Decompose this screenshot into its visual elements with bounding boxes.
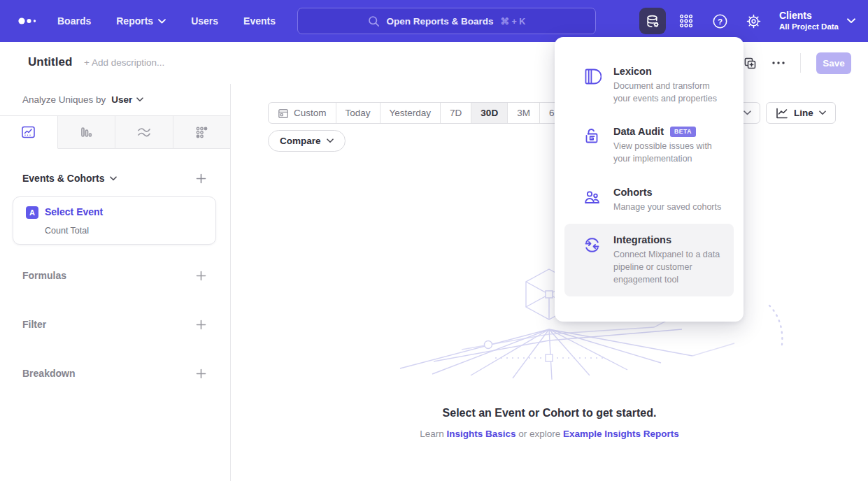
menu-item-description: View possible issues with your implement… [613,140,725,165]
metric-grid-icon [195,126,208,138]
tab-line-chart[interactable] [0,116,58,149]
plus-icon [196,271,206,281]
chart-style-dropdown[interactable]: Line [766,102,836,124]
data-management-button[interactable] [639,8,666,34]
analyze-value-dropdown[interactable]: User [111,94,143,105]
line-chart-icon [22,126,35,138]
chart-type-tabbar [0,115,230,149]
chevron-down-icon [847,18,855,24]
insights-basics-link[interactable]: Insights Basics [446,429,515,439]
menu-item-cohorts[interactable]: Cohorts Manage your saved cohorts [564,176,734,224]
header-divider [800,53,801,73]
nav-item-events[interactable]: Events [243,15,276,27]
nav-item-label: Reports [116,15,153,27]
apps-grid-button[interactable] [673,8,699,34]
more-options-icon[interactable] [772,62,785,64]
global-search-button[interactable]: Open Reports & Boards ⌘ + K [297,8,596,34]
add-breakdown-button[interactable] [196,368,206,379]
breakdown-section: Breakdown [0,368,230,379]
chevron-down-icon [110,176,117,181]
select-event-card[interactable]: A Select Event Count Total [13,196,216,245]
chart-style-label: Line [794,108,813,118]
project-selector[interactable]: Clients All Project Data [779,10,855,32]
search-icon [368,15,380,27]
formulas-section: Formulas [0,270,230,281]
menu-item-integrations[interactable]: Integrations Connect Mixpanel to a data … [564,224,734,296]
menu-item-description: Manage your saved cohorts [613,201,725,213]
menu-item-description: Document and transform your events and p… [613,80,725,105]
range-30d[interactable]: 30D [471,103,508,123]
range-7d[interactable]: 7D [441,103,471,123]
range-yesterday[interactable]: Yesterday [380,103,441,123]
chevron-down-icon [158,19,166,24]
add-event-button[interactable] [196,173,206,184]
nav-item-reports[interactable]: Reports [116,15,166,27]
section-label: Events & Cohorts [22,173,104,184]
formulas-header: Formulas [22,270,66,281]
settings-gear-icon [746,13,762,29]
example-insights-reports-link[interactable]: Example Insights Reports [563,429,679,439]
project-name: Clients [779,10,839,22]
save-button[interactable]: Save [816,52,851,74]
range-today[interactable]: Today [336,103,380,123]
add-formula-button[interactable] [196,271,206,281]
primary-nav: Boards Reports Users Events [57,15,276,27]
nav-item-label: Events [243,15,276,27]
range-3m[interactable]: 3M [508,103,540,123]
integrations-sync-icon [583,236,602,254]
menu-item-lexicon[interactable]: Lexicon Document and transform your even… [564,55,734,115]
project-scope: All Project Data [779,22,839,32]
query-builder-sidebar: Analyze Uniques by User [0,84,231,481]
report-title[interactable]: Untitled [28,55,72,69]
subtitle-text: Learn [420,429,446,439]
plus-icon [196,368,206,379]
add-filter-button[interactable] [196,320,206,330]
menu-item-title: Data Audit [613,126,664,137]
mixpanel-logo-icon[interactable] [17,13,42,29]
bar-chart-icon [80,126,92,138]
mixpanel-insights-app: Boards Reports Users Events Open Reports… [0,0,868,481]
analyze-row: Analyze Uniques by User [0,84,230,115]
data-audit-lock-icon [583,127,602,146]
compare-button[interactable]: Compare [268,130,346,152]
report-canvas: Custom Today Yesterday 7D 30D 3M 6M Comp… [231,84,868,481]
duplicate-icon[interactable] [744,57,757,70]
range-label: Today [346,108,371,118]
events-cohorts-section: Events & Cohorts [0,173,230,184]
subtitle-text: or explore [515,429,563,439]
chevron-down-icon [136,97,143,102]
date-range-segmented-control: Custom Today Yesterday 7D 30D 3M 6M [268,102,572,124]
nav-item-users[interactable]: Users [191,15,218,27]
data-management-menu: Lexicon Document and transform your even… [555,37,744,322]
tab-bar-chart[interactable] [58,116,116,149]
range-label: Custom [294,108,327,118]
chevron-down-icon [819,110,826,115]
menu-item-title: Lexicon [613,66,652,77]
event-series-badge: A [26,206,38,219]
search-placeholder: Open Reports & Boards [387,16,494,27]
menu-item-data-audit[interactable]: Data Audit BETA View possible issues wit… [564,115,734,175]
nav-item-label: Boards [57,15,91,27]
database-gear-icon [645,13,661,29]
empty-state-title: Select an Event or Cohort to get started… [231,407,868,419]
menu-item-title: Cohorts [613,187,653,198]
line-chart-icon [776,108,788,119]
tab-metric-grid[interactable] [173,116,231,149]
range-label: 30D [481,108,498,118]
analyze-label: Analyze Uniques by [22,94,106,105]
add-description-field[interactable]: + Add description... [84,57,164,68]
header-actions: Save [744,50,851,76]
filter-section: Filter [0,319,230,330]
events-cohorts-header[interactable]: Events & Cohorts [22,173,117,184]
range-custom[interactable]: Custom [269,103,336,123]
svg-text:?: ? [717,17,722,25]
beta-badge: BETA [670,127,696,137]
help-button[interactable]: ? [706,8,733,34]
tab-flow[interactable] [115,116,173,149]
count-total-label[interactable]: Count Total [45,226,89,236]
nav-item-boards[interactable]: Boards [57,15,91,27]
select-event-label: Select Event [45,206,103,217]
calendar-icon [278,108,289,119]
settings-button[interactable] [740,8,767,34]
plus-icon [196,173,206,184]
